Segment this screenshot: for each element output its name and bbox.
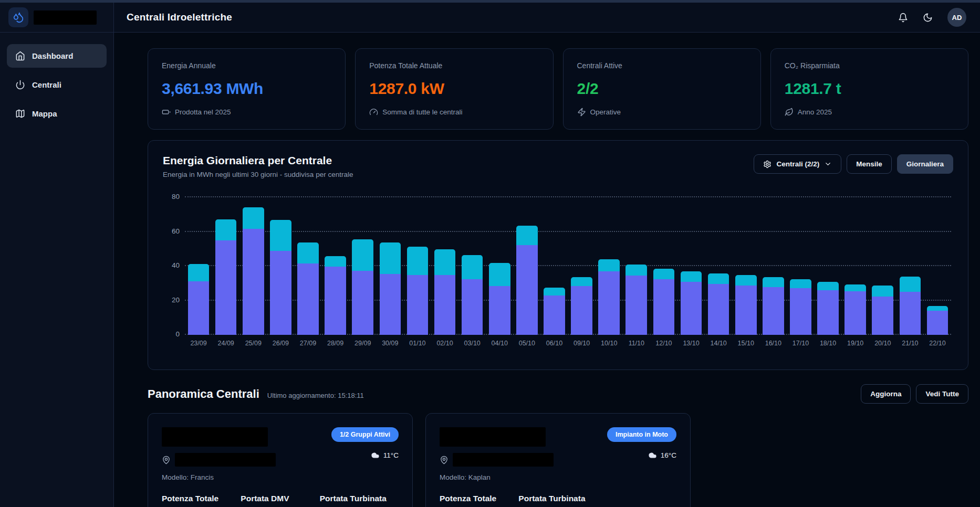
sidebar-item-centrali[interactable]: Centrali xyxy=(7,73,107,97)
filter-label: Centrali (2/2) xyxy=(776,160,819,168)
plant-card-2[interactable]: Modello: Kaplan Impianto in Moto 16°C xyxy=(425,413,691,507)
bell-icon xyxy=(898,13,908,23)
bar-column[interactable] xyxy=(568,197,596,335)
bar-stack xyxy=(681,197,702,335)
bar-column[interactable] xyxy=(842,197,869,335)
bar-column[interactable] xyxy=(896,197,924,335)
bar-column[interactable] xyxy=(349,197,377,335)
redacted-plant-name xyxy=(162,427,268,447)
weather-info: 16°C xyxy=(648,451,676,460)
bar-stack xyxy=(571,197,592,335)
plant-stat: Portata DMV 1095.0l/s xyxy=(241,494,319,507)
x-axis-label: 29/09 xyxy=(349,340,377,347)
bar-column[interactable] xyxy=(650,197,677,335)
bar-stack xyxy=(188,197,210,335)
bar-column[interactable] xyxy=(294,197,321,335)
theme-toggle-button[interactable] xyxy=(923,13,933,23)
redacted-plant-name xyxy=(440,427,546,447)
overview-actions: Aggiorna Vedi Tutte xyxy=(861,384,968,404)
stat-footer-text: Anno 2025 xyxy=(798,108,832,116)
x-axis-label: 27/09 xyxy=(294,340,321,347)
temperature-text: 11°C xyxy=(383,451,399,459)
zap-icon xyxy=(577,108,586,117)
bar-segment-centrale-2 xyxy=(270,220,291,251)
bar-segment-centrale-2 xyxy=(708,273,729,284)
sidebar-item-mappa[interactable]: Mappa xyxy=(7,102,107,125)
refresh-button[interactable]: Aggiorna xyxy=(861,384,911,404)
bar-column[interactable] xyxy=(322,197,349,335)
bar-column[interactable] xyxy=(869,197,896,335)
stat-card-potenza-totale: Potenza Totale Attuale 1287.0 kW Somma d… xyxy=(355,48,553,130)
chart-bars xyxy=(185,197,951,335)
stat-footer-text: Prodotta nel 2025 xyxy=(175,108,231,116)
bar-stack xyxy=(489,197,510,335)
bar-column[interactable] xyxy=(815,197,842,335)
app-logo xyxy=(8,7,28,27)
app-root: Dashboard Centrali Mappa Centrali Idroel… xyxy=(0,0,980,507)
sidebar-item-dashboard[interactable]: Dashboard xyxy=(7,44,107,68)
bar-column[interactable] xyxy=(431,197,458,335)
stat-footer-text: Operative xyxy=(590,108,621,116)
redacted-plant-location xyxy=(175,453,276,467)
bar-column[interactable] xyxy=(540,197,568,335)
stat-value: 2/2 xyxy=(577,80,747,98)
bar-column[interactable] xyxy=(513,197,540,335)
bar-segment-centrale-1 xyxy=(489,286,510,335)
stat-footer: Anno 2025 xyxy=(785,108,954,117)
view-all-button[interactable]: Vedi Tutte xyxy=(916,384,968,404)
stat-label: Energia Annuale xyxy=(162,61,331,70)
bar-segment-centrale-1 xyxy=(625,276,647,335)
bar-column[interactable] xyxy=(185,197,212,335)
y-tick-label: 80 xyxy=(163,193,180,200)
bar-column[interactable] xyxy=(705,197,732,335)
bar-stack xyxy=(817,197,839,335)
x-axis-label: 18/10 xyxy=(815,340,842,347)
x-axis-label: 01/10 xyxy=(404,340,431,347)
bar-stack xyxy=(845,197,866,335)
bar-segment-centrale-1 xyxy=(380,274,401,335)
x-axis-label: 04/10 xyxy=(486,340,513,347)
stat-footer: Prodotta nel 2025 xyxy=(162,108,331,117)
bar-column[interactable] xyxy=(677,197,705,335)
plant-stats: Potenza Totale 276kW Portata Turbinata 8… xyxy=(440,494,676,507)
status-badge: Impianto in Moto xyxy=(607,427,676,442)
bar-segment-centrale-2 xyxy=(544,288,565,295)
bar-column[interactable] xyxy=(596,197,623,335)
user-avatar[interactable]: AD xyxy=(947,8,966,27)
x-axis-label: 13/10 xyxy=(677,340,705,347)
bar-column[interactable] xyxy=(759,197,787,335)
bar-column[interactable] xyxy=(239,197,267,335)
plant-stat: Portata Turbinata 1.48m³/s xyxy=(320,494,399,507)
bar-column[interactable] xyxy=(787,197,814,335)
bar-column[interactable] xyxy=(212,197,239,335)
plant-card-1[interactable]: Modello: Francis 1/2 Gruppi Attivi 11°C xyxy=(148,413,413,507)
bar-column[interactable] xyxy=(486,197,513,335)
plant-stat-label: Potenza Totale xyxy=(440,494,518,503)
daily-toggle-button[interactable]: Giornaliera xyxy=(897,154,953,174)
bar-segment-centrale-2 xyxy=(872,286,893,297)
notifications-button[interactable] xyxy=(898,13,908,23)
plant-stat: Potenza Totale 276kW xyxy=(440,494,518,507)
bar-column[interactable] xyxy=(404,197,431,335)
gauge-icon xyxy=(369,108,378,117)
bar-segment-centrale-2 xyxy=(598,259,620,271)
monthly-toggle-button[interactable]: Mensile xyxy=(847,154,892,174)
bar-column[interactable] xyxy=(924,197,951,335)
bar-column[interactable] xyxy=(458,197,486,335)
topbar: Centrali Idroelettriche AD xyxy=(114,3,980,33)
x-axis-label: 15/10 xyxy=(732,340,759,347)
bar-segment-centrale-2 xyxy=(516,226,538,245)
bar-segment-centrale-1 xyxy=(900,292,921,335)
plant-stat: Potenza Totale 1011kW xyxy=(162,494,241,507)
bar-column[interactable] xyxy=(623,197,650,335)
bar-stack xyxy=(708,197,729,335)
bar-column[interactable] xyxy=(377,197,404,335)
stat-footer: Somma di tutte le centrali xyxy=(369,108,539,117)
bar-column[interactable] xyxy=(732,197,759,335)
chart-card: Energia Giornaliera per Centrale Energia… xyxy=(148,140,968,370)
bar-column[interactable] xyxy=(267,197,294,335)
bar-segment-centrale-2 xyxy=(653,269,675,279)
stat-value: 3,661.93 MWh xyxy=(162,80,331,98)
centrali-filter-dropdown[interactable]: Centrali (2/2) xyxy=(754,154,841,174)
bar-segment-centrale-1 xyxy=(598,271,620,335)
